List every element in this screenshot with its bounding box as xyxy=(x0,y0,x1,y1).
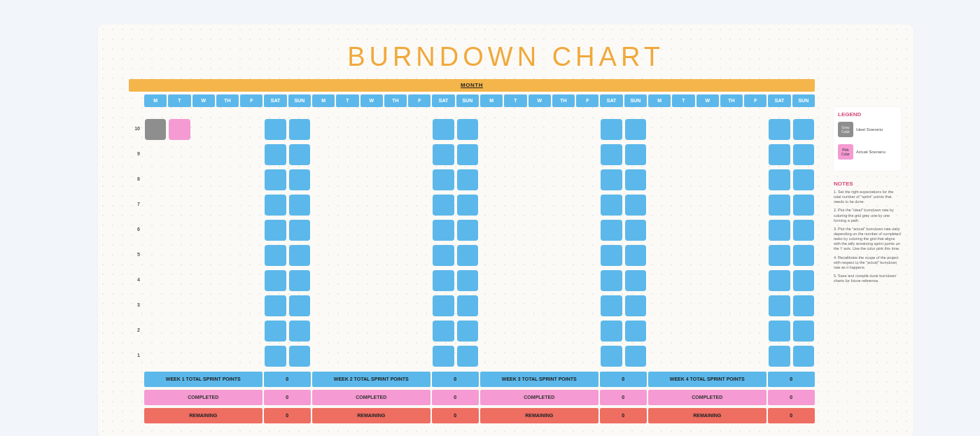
chart-cell[interactable] xyxy=(457,119,478,140)
chart-cell[interactable] xyxy=(241,295,262,316)
chart-cell[interactable] xyxy=(481,119,502,140)
chart-cell[interactable] xyxy=(433,295,454,316)
chart-cell[interactable] xyxy=(601,220,622,241)
chart-cell[interactable] xyxy=(697,169,718,190)
chart-cell[interactable] xyxy=(649,144,670,165)
chart-cell[interactable] xyxy=(385,169,406,190)
chart-cell[interactable] xyxy=(649,245,670,266)
chart-cell[interactable] xyxy=(769,270,790,291)
chart-cell[interactable] xyxy=(697,346,718,367)
chart-cell[interactable] xyxy=(217,270,238,291)
chart-cell[interactable] xyxy=(241,195,262,216)
chart-cell[interactable] xyxy=(361,321,382,342)
chart-cell[interactable] xyxy=(769,169,790,190)
chart-cell[interactable] xyxy=(193,220,214,241)
chart-cell[interactable] xyxy=(409,220,430,241)
chart-cell[interactable] xyxy=(385,321,406,342)
chart-cell[interactable] xyxy=(145,321,166,342)
chart-cell[interactable] xyxy=(265,195,286,216)
chart-cell[interactable] xyxy=(553,346,574,367)
chart-cell[interactable] xyxy=(793,245,814,266)
chart-cell[interactable] xyxy=(385,220,406,241)
chart-cell[interactable] xyxy=(385,195,406,216)
chart-cell[interactable] xyxy=(409,321,430,342)
chart-cell[interactable] xyxy=(145,295,166,316)
chart-cell[interactable] xyxy=(577,245,598,266)
chart-cell[interactable] xyxy=(433,321,454,342)
chart-cell[interactable] xyxy=(169,245,190,266)
chart-cell[interactable] xyxy=(289,144,310,165)
chart-cell[interactable] xyxy=(745,220,766,241)
chart-cell[interactable] xyxy=(217,245,238,266)
chart-cell[interactable] xyxy=(241,119,262,140)
chart-cell[interactable] xyxy=(241,346,262,367)
chart-cell[interactable] xyxy=(745,321,766,342)
chart-cell[interactable] xyxy=(721,220,742,241)
chart-cell[interactable] xyxy=(481,195,502,216)
chart-cell[interactable] xyxy=(217,195,238,216)
chart-cell[interactable] xyxy=(409,270,430,291)
chart-cell[interactable] xyxy=(745,169,766,190)
chart-cell[interactable] xyxy=(337,220,358,241)
chart-cell[interactable] xyxy=(433,169,454,190)
chart-cell[interactable] xyxy=(193,270,214,291)
chart-cell[interactable] xyxy=(697,220,718,241)
chart-cell[interactable] xyxy=(505,245,526,266)
chart-cell[interactable] xyxy=(145,119,166,140)
chart-cell[interactable] xyxy=(193,346,214,367)
chart-cell[interactable] xyxy=(337,169,358,190)
chart-cell[interactable] xyxy=(289,195,310,216)
chart-cell[interactable] xyxy=(649,270,670,291)
chart-cell[interactable] xyxy=(553,195,574,216)
chart-cell[interactable] xyxy=(649,220,670,241)
chart-cell[interactable] xyxy=(721,169,742,190)
chart-cell[interactable] xyxy=(241,245,262,266)
chart-cell[interactable] xyxy=(241,321,262,342)
chart-cell[interactable] xyxy=(793,220,814,241)
chart-cell[interactable] xyxy=(601,270,622,291)
chart-cell[interactable] xyxy=(481,220,502,241)
chart-cell[interactable] xyxy=(697,119,718,140)
chart-cell[interactable] xyxy=(625,220,646,241)
chart-cell[interactable] xyxy=(601,169,622,190)
chart-cell[interactable] xyxy=(721,346,742,367)
chart-cell[interactable] xyxy=(385,295,406,316)
chart-cell[interactable] xyxy=(721,295,742,316)
chart-cell[interactable] xyxy=(769,144,790,165)
chart-cell[interactable] xyxy=(409,295,430,316)
chart-cell[interactable] xyxy=(505,270,526,291)
chart-cell[interactable] xyxy=(793,144,814,165)
chart-cell[interactable] xyxy=(625,321,646,342)
chart-cell[interactable] xyxy=(793,195,814,216)
chart-cell[interactable] xyxy=(577,195,598,216)
chart-cell[interactable] xyxy=(241,144,262,165)
chart-cell[interactable] xyxy=(313,270,334,291)
chart-cell[interactable] xyxy=(169,169,190,190)
chart-cell[interactable] xyxy=(481,346,502,367)
chart-cell[interactable] xyxy=(313,144,334,165)
chart-cell[interactable] xyxy=(625,346,646,367)
chart-cell[interactable] xyxy=(673,144,694,165)
chart-cell[interactable] xyxy=(337,295,358,316)
chart-cell[interactable] xyxy=(145,220,166,241)
chart-cell[interactable] xyxy=(385,119,406,140)
chart-cell[interactable] xyxy=(265,169,286,190)
chart-cell[interactable] xyxy=(769,195,790,216)
chart-cell[interactable] xyxy=(577,119,598,140)
chart-cell[interactable] xyxy=(577,220,598,241)
chart-cell[interactable] xyxy=(145,346,166,367)
chart-cell[interactable] xyxy=(505,346,526,367)
chart-cell[interactable] xyxy=(601,144,622,165)
chart-cell[interactable] xyxy=(793,119,814,140)
chart-cell[interactable] xyxy=(481,270,502,291)
chart-cell[interactable] xyxy=(721,321,742,342)
chart-cell[interactable] xyxy=(313,295,334,316)
chart-cell[interactable] xyxy=(433,270,454,291)
chart-cell[interactable] xyxy=(481,169,502,190)
chart-cell[interactable] xyxy=(553,119,574,140)
chart-cell[interactable] xyxy=(769,245,790,266)
chart-cell[interactable] xyxy=(265,321,286,342)
chart-cell[interactable] xyxy=(313,346,334,367)
chart-cell[interactable] xyxy=(169,144,190,165)
chart-cell[interactable] xyxy=(385,346,406,367)
